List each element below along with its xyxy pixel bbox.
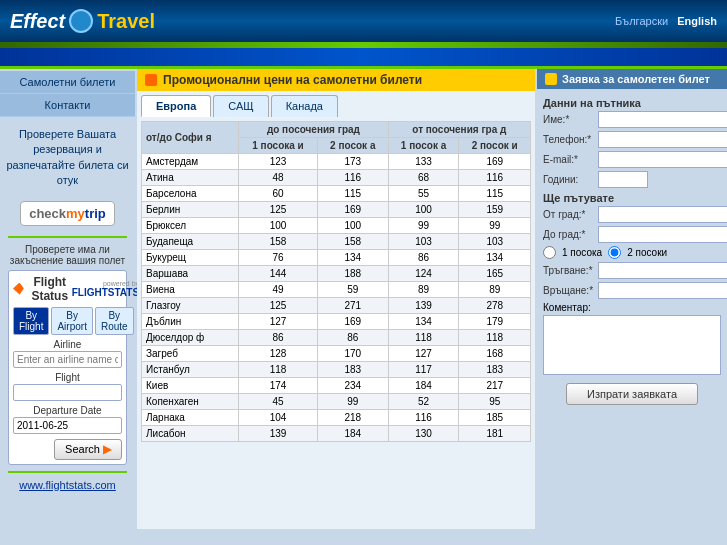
one-way-radio[interactable] (543, 246, 556, 259)
price-cell: 169 (317, 314, 388, 330)
email-row: E-mail:* (543, 151, 721, 168)
city-cell: Атина (142, 170, 239, 186)
city-cell: Глазгоу (142, 298, 239, 314)
check-text: check (29, 206, 66, 221)
price-cell: 116 (317, 170, 388, 186)
table-row: Копенхаген45995295 (142, 394, 531, 410)
col-2way-from: 2 посок и (459, 138, 531, 154)
price-cell: 168 (459, 346, 531, 362)
city-cell: Берлин (142, 202, 239, 218)
phone-row: Телефон:* (543, 131, 721, 148)
from-input[interactable] (598, 206, 727, 223)
search-button[interactable]: Search ▶ (54, 439, 122, 460)
airline-field: Airline (13, 339, 122, 368)
tab-by-airport[interactable]: By Airport (51, 307, 92, 335)
age-label: Години: (543, 174, 598, 185)
price-cell: 118 (388, 330, 459, 346)
departure-field: Departure Date (13, 405, 122, 434)
flight-status-box: Flight Status powered by FLIGHTSTATS By … (8, 270, 127, 465)
tab-by-flight[interactable]: By Flight (13, 307, 49, 335)
price-cell: 174 (239, 378, 318, 394)
tab-canada[interactable]: Канада (271, 95, 338, 117)
promo-title: Промоционални цени на самолетни билети (163, 73, 422, 87)
departure-input[interactable] (13, 417, 122, 434)
price-cell: 89 (388, 282, 459, 298)
price-cell: 134 (459, 250, 531, 266)
lang-bg[interactable]: Български (615, 15, 668, 27)
flight-icon (13, 283, 24, 295)
city-cell: Брюксел (142, 218, 239, 234)
powered-by: powered by (72, 280, 139, 287)
tab-usa[interactable]: САЩ (213, 95, 268, 117)
flightstats-name: FLIGHTSTATS (72, 287, 139, 298)
comment-textarea[interactable] (543, 315, 721, 375)
flightstats-link[interactable]: www.flightstats.com (19, 479, 116, 491)
search-row: Search ▶ (13, 434, 122, 460)
price-cell: 134 (388, 314, 459, 330)
table-row: Загреб128170127168 (142, 346, 531, 362)
name-input[interactable] (598, 111, 727, 128)
price-cell: 128 (239, 346, 318, 362)
airline-label: Airline (13, 339, 122, 350)
lang-en[interactable]: English (677, 15, 717, 27)
submit-button[interactable]: Изпрати заявката (566, 383, 698, 405)
price-cell: 86 (317, 330, 388, 346)
tab-europe[interactable]: Европа (141, 95, 211, 117)
age-row: Години: (543, 171, 721, 188)
price-cell: 86 (239, 330, 318, 346)
two-way-radio[interactable] (608, 246, 621, 259)
price-cell: 118 (459, 330, 531, 346)
price-cell: 133 (388, 154, 459, 170)
city-cell: Барселона (142, 186, 239, 202)
city-cell: Загреб (142, 346, 239, 362)
booking-title: Заявка за самолетен билет (562, 73, 710, 85)
airline-input[interactable] (13, 351, 122, 368)
price-cell: 55 (388, 186, 459, 202)
header: Effect Travel Български English (0, 0, 727, 42)
price-cell: 100 (239, 218, 318, 234)
depart-label: Тръгване:* (543, 265, 598, 276)
table-row: Атина4811668116 (142, 170, 531, 186)
price-cell: 117 (388, 362, 459, 378)
checkmytrip-logo[interactable]: checkmytrip (20, 201, 115, 226)
flight-input[interactable] (13, 384, 122, 401)
price-cell: 103 (388, 234, 459, 250)
email-input[interactable] (598, 151, 727, 168)
form-section: Данни на пътника Име:* Телефон:* E-mail:… (537, 89, 727, 415)
phone-input[interactable] (598, 131, 727, 148)
price-cell: 95 (459, 394, 531, 410)
price-cell: 60 (239, 186, 318, 202)
from-row: От град:* (543, 206, 721, 223)
age-input[interactable] (598, 171, 648, 188)
depart-input[interactable] (598, 262, 727, 279)
price-cell: 271 (317, 298, 388, 314)
tab-by-route[interactable]: By Route (95, 307, 134, 335)
price-cell: 124 (388, 266, 459, 282)
passenger-section-title: Данни на пътника (543, 97, 721, 109)
sidebar-item-flights[interactable]: Самолетни билети (0, 71, 135, 94)
divider-1 (8, 236, 127, 238)
city-cell: Копенхаген (142, 394, 239, 410)
price-cell: 125 (239, 298, 318, 314)
sidebar-item-contacts[interactable]: Контакти (0, 94, 135, 117)
comment-label: Коментар: (543, 302, 721, 313)
price-cell: 130 (388, 426, 459, 442)
price-cell: 118 (239, 362, 318, 378)
booking-header: Заявка за самолетен билет (537, 69, 727, 89)
booking-icon (545, 73, 557, 85)
price-cell: 218 (317, 410, 388, 426)
price-cell: 183 (317, 362, 388, 378)
price-cell: 49 (239, 282, 318, 298)
right-panel: Заявка за самолетен билет Данни на пътни… (537, 69, 727, 529)
to-input[interactable] (598, 226, 727, 243)
price-cell: 158 (239, 234, 318, 250)
table-row: Киев174234184217 (142, 378, 531, 394)
promo-header: Промоционални цени на самолетни билети (137, 69, 535, 91)
search-label: Search (65, 443, 100, 455)
email-label: E-mail:* (543, 154, 598, 165)
phone-label: Телефон:* (543, 134, 598, 145)
price-cell: 100 (388, 202, 459, 218)
city-cell: Будапеща (142, 234, 239, 250)
price-cell: 48 (239, 170, 318, 186)
return-input[interactable] (598, 282, 727, 299)
